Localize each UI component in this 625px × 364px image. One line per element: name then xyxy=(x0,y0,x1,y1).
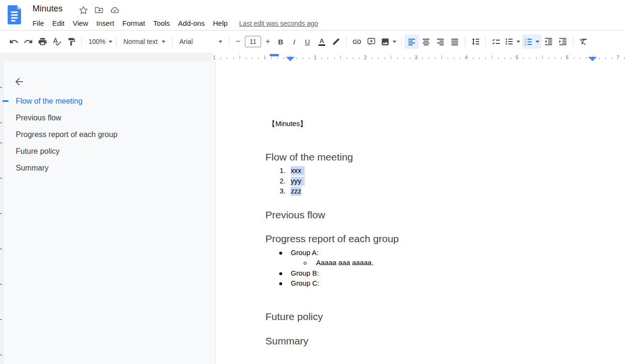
numbered-list-icon: 123 xyxy=(524,37,533,46)
back-arrow-icon xyxy=(13,76,25,87)
line-spacing-button[interactable] xyxy=(468,34,482,49)
document-title[interactable]: Minutes xyxy=(33,4,63,14)
format-toolbar: 100% Normal text Arial − 11 + B I U A xyxy=(0,30,625,53)
checklist-button[interactable] xyxy=(489,34,503,49)
line-spacing-icon xyxy=(471,37,480,46)
document-page[interactable]: 【Minutes】 Flow of the meeting 1. xxx 2. … xyxy=(216,61,625,364)
vertical-ruler-strip xyxy=(0,61,4,364)
chevron-down-icon xyxy=(162,41,165,43)
doc-list-item[interactable]: zzz xyxy=(291,187,301,196)
menu-bar: File Edit View Insert Format Tools Add-o… xyxy=(33,19,318,27)
content-area: Flow of the meeting Previous flow Progre… xyxy=(0,61,625,364)
plus-icon: + xyxy=(265,37,270,46)
text-color-button[interactable]: A xyxy=(315,34,329,49)
ruler-inch-label: 7 xyxy=(615,55,621,60)
menu-file[interactable]: File xyxy=(33,19,44,27)
app-header: Minutes File Edit View Insert Format Too… xyxy=(0,0,625,30)
menu-tools[interactable]: Tools xyxy=(153,19,170,27)
star-icon[interactable] xyxy=(78,5,88,15)
doc-bullet-item[interactable]: Group B: xyxy=(291,269,319,278)
ruler-inch-label: 4 xyxy=(463,55,469,60)
first-line-indent-marker[interactable] xyxy=(270,54,279,56)
bulleted-list-button[interactable] xyxy=(503,34,522,49)
ruler-inch-label: 1 xyxy=(312,55,318,60)
underline-button[interactable]: U xyxy=(300,34,315,49)
left-indent-marker[interactable] xyxy=(286,57,295,61)
increase-font-size-button[interactable]: + xyxy=(262,34,274,49)
move-to-folder-icon[interactable] xyxy=(94,5,104,15)
chevron-down-icon xyxy=(219,41,222,43)
italic-icon: I xyxy=(293,38,295,46)
doc-list-item[interactable]: xxx xyxy=(291,166,305,175)
font-family-select[interactable]: Arial xyxy=(175,34,226,49)
horizontal-ruler[interactable]: 1 1 2 3 4 5 6 7 xyxy=(0,53,625,61)
align-right-button[interactable] xyxy=(433,34,448,49)
comment-plus-icon xyxy=(367,37,376,46)
outline-item-previous-flow[interactable]: Previous flow xyxy=(4,109,215,126)
decrease-indent-icon xyxy=(544,37,553,46)
font-size-input[interactable]: 11 xyxy=(245,36,261,47)
doc-heading-progress[interactable]: Progress report of each group xyxy=(265,233,399,245)
decrease-font-size-button[interactable]: − xyxy=(232,34,244,49)
highlighter-icon xyxy=(332,37,340,46)
doc-list-item[interactable]: yyy xyxy=(291,177,305,186)
menu-addons[interactable]: Add-ons xyxy=(178,19,205,27)
doc-heading-future[interactable]: Future policy xyxy=(265,310,323,323)
align-left-icon xyxy=(407,37,416,46)
menu-insert[interactable]: Insert xyxy=(96,19,114,27)
text-color-icon: A xyxy=(318,38,325,46)
highlight-color-button[interactable] xyxy=(329,34,343,49)
image-icon xyxy=(381,37,390,46)
menu-format[interactable]: Format xyxy=(122,19,145,27)
zoom-select[interactable]: 100% xyxy=(85,34,113,49)
undo-button[interactable] xyxy=(7,34,21,49)
align-justify-button[interactable] xyxy=(448,34,462,49)
doc-heading-summary[interactable]: Summary xyxy=(265,335,308,347)
align-center-button[interactable] xyxy=(419,34,433,49)
outline-item-progress-report[interactable]: Progress report of each group xyxy=(4,126,215,143)
zoom-value: 100% xyxy=(88,38,106,45)
outline-item-summary[interactable]: Summary xyxy=(4,160,215,176)
italic-button[interactable]: I xyxy=(288,34,300,49)
right-indent-marker[interactable] xyxy=(588,57,597,61)
increase-indent-icon xyxy=(558,37,568,46)
bold-icon: B xyxy=(278,38,284,46)
document-outline-pane: Flow of the meeting Previous flow Progre… xyxy=(4,61,215,364)
doc-bullet-item[interactable]: Group A: xyxy=(291,248,318,257)
bullet-circle-icon xyxy=(304,262,307,265)
print-button[interactable] xyxy=(35,34,50,49)
close-outline-button[interactable] xyxy=(13,75,25,88)
decrease-indent-button[interactable] xyxy=(541,34,556,49)
clear-formatting-button[interactable] xyxy=(576,34,591,49)
paint-format-button[interactable] xyxy=(64,34,78,49)
underline-icon: U xyxy=(305,38,310,46)
add-comment-button[interactable] xyxy=(364,34,378,49)
redo-button[interactable] xyxy=(21,34,35,49)
doc-bullet-item[interactable]: Group C: xyxy=(291,279,319,288)
ruler-inch-label: 3 xyxy=(413,55,419,60)
menu-view[interactable]: View xyxy=(73,19,88,27)
spellcheck-button[interactable] xyxy=(50,34,64,49)
insert-image-button[interactable] xyxy=(378,34,398,49)
insert-link-button[interactable] xyxy=(350,34,364,49)
last-edit-link[interactable]: Last edit was seconds ago xyxy=(239,20,318,27)
align-left-button[interactable] xyxy=(405,34,419,49)
numbered-list-button[interactable]: 123 xyxy=(522,34,541,49)
paragraph-style-select[interactable]: Normal text xyxy=(120,34,169,49)
outline-item-future-policy[interactable]: Future policy xyxy=(4,143,215,160)
list-number: 3. xyxy=(271,187,285,196)
doc-heading-flow[interactable]: Flow of the meeting xyxy=(265,151,353,163)
doc-sub-bullet-item[interactable]: Aaaaa aaa aaaaa. xyxy=(316,258,373,268)
list-number: 2. xyxy=(271,177,285,186)
doc-intro-line[interactable]: 【Minutes】 xyxy=(268,119,307,128)
outline-item-flow-of-the-meeting[interactable]: Flow of the meeting xyxy=(4,93,215,109)
align-justify-icon xyxy=(450,37,459,46)
doc-heading-previous[interactable]: Previous flow xyxy=(265,209,325,221)
google-docs-icon[interactable] xyxy=(8,5,21,24)
menu-edit[interactable]: Edit xyxy=(52,19,65,27)
increase-indent-button[interactable] xyxy=(556,34,570,49)
ruler-inch-label: 2 xyxy=(362,55,368,60)
bold-button[interactable]: B xyxy=(274,34,288,49)
cloud-saved-icon[interactable] xyxy=(110,5,120,15)
menu-help[interactable]: Help xyxy=(213,19,228,27)
